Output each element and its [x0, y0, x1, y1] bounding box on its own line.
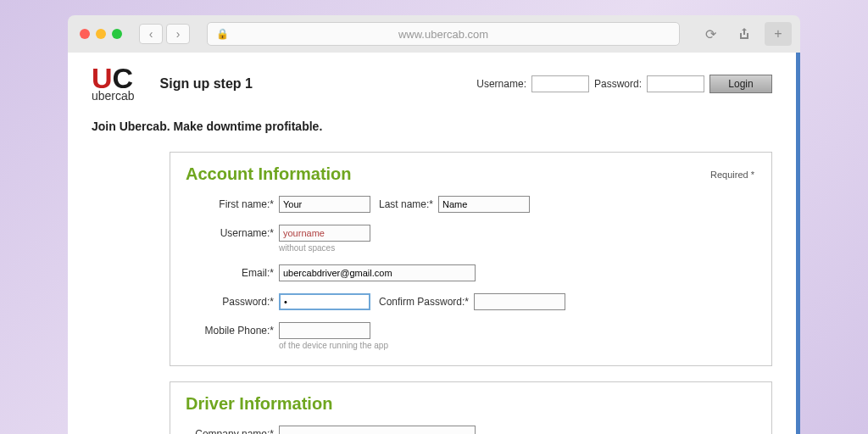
login-username-label: Username:	[476, 78, 526, 90]
password-input[interactable]	[279, 293, 370, 310]
account-info-title: Account Information	[186, 164, 756, 184]
url-text: www.ubercab.com	[398, 28, 488, 41]
browser-toolbar: ‹ › 🔒 www.ubercab.com ⟳ +	[68, 15, 800, 53]
driver-info-section: Driver Information Company name:*	[170, 381, 772, 434]
username-input[interactable]	[279, 225, 370, 242]
login-button[interactable]: Login	[709, 75, 772, 93]
driver-info-title: Driver Information	[186, 394, 756, 414]
first-name-input[interactable]	[279, 196, 370, 213]
logo-brand-text: ubercab	[92, 89, 135, 103]
mobile-phone-label: Mobile Phone:*	[186, 322, 279, 337]
account-info-section: Account Information Required * First nam…	[170, 152, 772, 366]
page-title: Sign up step 1	[160, 76, 253, 92]
username-hint: without spaces	[279, 243, 370, 253]
new-tab-button[interactable]: +	[765, 22, 792, 46]
tagline: Join Ubercab. Make downtime profitable.	[92, 120, 772, 133]
email-input[interactable]	[279, 264, 476, 281]
password-label: Password:*	[186, 293, 279, 308]
logo-letter-c: C	[113, 66, 134, 91]
login-username-input[interactable]	[531, 75, 589, 92]
login-area: Username: Password: Login	[476, 75, 772, 93]
page-viewport: U C ubercab Sign up step 1 Username: Pas…	[68, 53, 800, 434]
confirm-password-label: Confirm Password:*	[379, 293, 469, 308]
page-header: U C ubercab Sign up step 1 Username: Pas…	[92, 66, 772, 103]
url-bar[interactable]: 🔒 www.ubercab.com	[207, 22, 680, 46]
traffic-lights	[80, 29, 122, 39]
maximize-window-icon[interactable]	[112, 29, 122, 39]
mobile-phone-hint: of the device running the app	[279, 341, 388, 350]
logo-letter-u: U	[92, 66, 113, 91]
company-name-label: Company name:*	[186, 426, 279, 434]
last-name-input[interactable]	[438, 196, 530, 213]
username-label: Username:*	[186, 225, 279, 239]
required-note: Required *	[710, 170, 754, 180]
mobile-phone-input[interactable]	[279, 322, 370, 339]
ubercab-logo: U C ubercab	[92, 66, 135, 103]
back-button[interactable]: ‹	[139, 24, 163, 44]
lock-icon: 🔒	[216, 28, 229, 40]
forward-button[interactable]: ›	[166, 24, 190, 44]
first-name-label: First name:*	[186, 196, 279, 210]
company-name-input[interactable]	[279, 426, 476, 434]
email-label: Email:*	[186, 264, 279, 279]
minimize-window-icon[interactable]	[96, 29, 106, 39]
close-window-icon[interactable]	[80, 29, 90, 39]
login-password-label: Password:	[594, 78, 642, 90]
share-icon	[737, 27, 751, 41]
last-name-label: Last name:*	[379, 196, 433, 210]
share-button[interactable]	[731, 22, 758, 46]
nav-buttons: ‹ ›	[139, 24, 190, 44]
login-password-input[interactable]	[647, 75, 704, 92]
confirm-password-input[interactable]	[474, 293, 565, 310]
reload-button[interactable]: ⟳	[697, 22, 724, 46]
